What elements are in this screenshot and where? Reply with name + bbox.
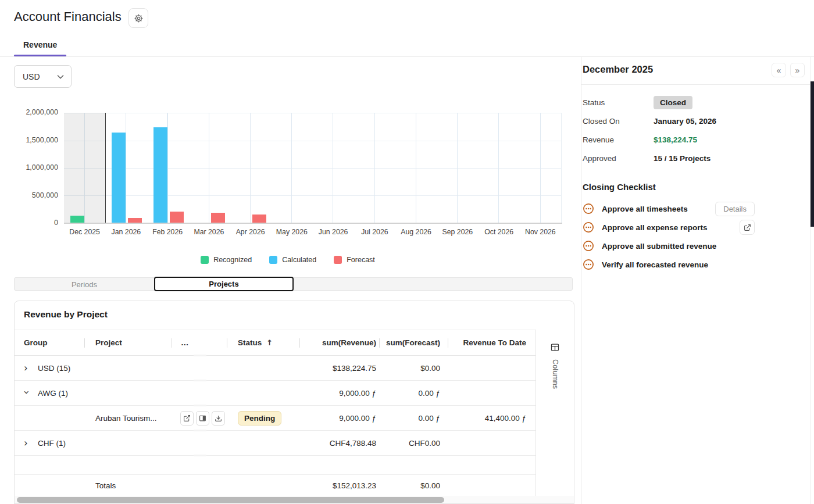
bar-forecast [211,213,225,223]
forecast-value: $0.00 [380,475,448,496]
x-axis-label: Mar 2026 [188,228,230,236]
panel-field: Revenue$138,224.75 [583,130,774,149]
header-divider [0,56,814,57]
side-panel-button[interactable] [196,411,209,426]
panel-divider [581,84,810,85]
expand-chevron-icon[interactable]: › [24,438,31,448]
period-title: December 2025 [583,64,653,75]
status-badge: Pending [238,411,281,426]
column-header-label: Revenue To Date [463,338,526,347]
circle-ellipsis-icon[interactable] [583,259,594,270]
circle-ellipsis-icon[interactable] [583,203,594,215]
status-cell: Pending [227,406,300,430]
columns-panel-toggle[interactable]: Columns [535,330,574,496]
currency-select-value: USD [23,72,40,81]
table-body: ›USD (15)$138,224.75$0.00›AWG (1)9,000.0… [15,356,537,496]
card-title: Revenue by Project [24,309,108,320]
skeleton-dash [194,380,206,381]
table-row[interactable]: ›USD (15)$138,224.75$0.00 [15,356,537,381]
previous-period-button[interactable]: « [772,63,786,77]
revenue-value: $152,013.23 [300,475,380,496]
y-axis-label: 1,500,000 [0,136,58,144]
x-axis-label: Jul 2026 [354,228,395,236]
chevrons-right-icon: » [795,66,800,75]
external-link-button[interactable] [180,411,194,426]
x-axis-label: Aug 2026 [395,228,437,236]
revenue-value: 9,000.00 ƒ [300,381,380,405]
panel-left-border [581,57,581,504]
group-label: CHF (1) [38,439,66,448]
expand-chevron-icon[interactable]: › [24,363,31,373]
checklist-item-label: Approve all timesheets [602,205,688,213]
forecast-value: CHF0.00 [380,431,448,455]
revenue-chart: 2,000,0001,500,0001,000,000500,0000 Dec … [0,113,576,241]
field-label: Closed On [583,117,654,126]
column-header-sumforecast[interactable]: sum(Forecast) [380,330,448,355]
table-row[interactable]: ›CHF (1)CHF4,788.48CHF0.00 [15,431,537,456]
account-financials-page: Account Financials Revenue USD 2,000,000… [0,0,814,504]
open-external-button[interactable] [740,220,755,235]
legend-item: Recognized [201,256,252,264]
sort-arrow-icon: ↑ [266,338,273,347]
details-button[interactable]: Details [715,202,755,216]
field-label: Status [583,98,654,107]
table-row[interactable]: ›AWG (1)9,000.00 ƒ0.00 ƒ [15,381,537,406]
chart-legend: RecognizedCalculatedForecast [0,256,576,264]
vertical-scrollbar-thumb[interactable] [811,81,814,227]
panel-field: Closed OnJanuary 05, 2026 [583,112,774,130]
view-toggle: PeriodsProjects [14,277,573,291]
horizontal-scrollbar [15,496,574,504]
column-header-label: Group [24,338,48,347]
settings-button[interactable] [128,8,148,28]
table-spacer-row [15,456,537,475]
column-header-group[interactable]: Group [15,330,85,355]
horizontal-scrollbar-thumb[interactable] [17,497,444,503]
x-axis-label: Jun 2026 [313,228,354,236]
download-button[interactable] [212,411,225,426]
field-value: $138,224.75 [654,135,697,144]
view-toggle-projects[interactable]: Projects [154,277,294,291]
legend-swatch [201,256,209,264]
column-header-project[interactable]: Project [85,330,172,355]
tab-revenue[interactable]: Revenue [23,40,57,49]
column-header-label: … [181,338,189,347]
circle-ellipsis-icon[interactable] [583,240,594,252]
checklist-item: Approve all expense reports [583,218,755,237]
collapse-chevron-icon[interactable]: › [22,390,31,397]
chart-plot [64,113,562,223]
view-toggle-periods[interactable]: Periods [15,278,154,291]
totals-label: Totals [85,475,172,496]
legend-label: Recognized [213,256,252,264]
revenue-value: 9,000.00 ƒ [300,406,380,430]
table-columns-icon [550,342,560,352]
legend-item: Calculated [269,256,316,264]
column-header-sumrevenue[interactable]: sum(Revenue) [300,330,380,355]
chart-y-axis: 2,000,0001,500,0001,000,000500,0000 [0,113,58,223]
legend-label: Calculated [282,256,316,264]
column-header-status[interactable]: Status↑ [227,330,300,355]
group-cell: ›CHF (1) [15,431,172,455]
table-header: GroupProject…Status↑sum(Revenue)sum(Fore… [15,330,537,356]
download-icon [215,414,222,422]
side-panel-icon [199,414,206,422]
circle-ellipsis-icon[interactable] [583,221,594,233]
column-header-revenuetodate[interactable]: Revenue To Date [448,330,537,355]
checklist-item: Verify all forecasted revenue [583,255,755,274]
currency-select[interactable]: USD [14,65,72,88]
column-header-label: Status [238,338,262,347]
panel-field: StatusClosed [583,93,774,112]
skeleton-dash [194,355,206,356]
checklist-item-label: Approve all expense reports [602,223,708,232]
checklist-item: Approve all timesheetsDetails [583,199,755,218]
bar-forecast [170,212,184,223]
closing-checklist: Approve all timesheetsDetailsApprove all… [583,199,755,274]
closing-checklist-title: Closing Checklist [583,182,656,192]
bar-calculated [112,133,126,223]
skeleton-dash [194,430,206,431]
legend-swatch [269,256,277,264]
next-period-button[interactable]: » [790,63,805,77]
column-header-[interactable]: … [172,330,227,355]
x-axis-label: Jan 2026 [105,228,147,236]
field-value: 15 / 15 Projects [654,154,711,163]
legend-item: Forecast [334,256,375,264]
